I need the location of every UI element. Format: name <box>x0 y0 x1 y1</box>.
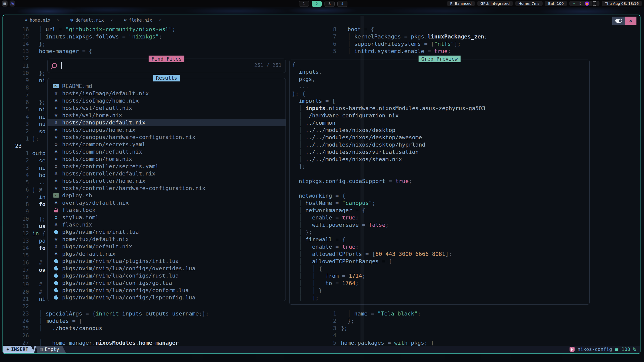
nix-icon: ❄ <box>55 135 57 140</box>
apps-grid-icon[interactable]: ▦ <box>2 1 8 7</box>
result-label: hosts/isoImage/default.nix <box>62 90 149 97</box>
result-item[interactable]: pkgs/nvim/nvim/lua/configs/overrides.lua <box>48 265 286 272</box>
grep-line: │ │ to = 1764; <box>292 280 588 287</box>
code-token: outp <box>32 150 46 156</box>
result-item[interactable]: pkgs/nvim/nvim/lua/configs/go.lua <box>48 279 286 287</box>
result-item[interactable]: ❄hosts/isoImage/home.nix <box>48 97 286 104</box>
statusline: ◆ INSERT ▤ Empty nixos-config ≡ <box>3 346 640 353</box>
result-item[interactable]: pkgs/nvim/nvim/lua/configs/conform.lua <box>48 287 286 294</box>
code-token: nu <box>32 121 46 127</box>
result-item[interactable]: ⚙hosts/common/secrets.yaml <box>48 141 286 148</box>
result-item[interactable]: pkgs/nvim/nvim/lua/configs/rust.lua <box>48 272 286 279</box>
code-content: │ inputs.nixpkgs.follows = "nixpkgs"; <box>32 33 162 40</box>
result-item[interactable]: ❄hosts/controller/default.nix <box>48 170 286 177</box>
code-content: nu <box>32 120 46 128</box>
workspace-button-4[interactable]: 4 <box>337 1 347 7</box>
phone-icon[interactable] <box>593 1 596 6</box>
result-item[interactable]: ❄hosts/controller/hardware-configuration… <box>48 185 286 192</box>
line-number: 6 <box>326 40 336 48</box>
result-icon-wrap <box>53 274 60 278</box>
line-number: 11 <box>3 222 29 230</box>
tab-close-icon[interactable]: × <box>159 18 161 23</box>
logo-icon[interactable]: JW <box>10 1 15 7</box>
code-token: │ <box>32 325 52 331</box>
grep-line: │ enable = true; <box>292 214 588 221</box>
result-label: flake.lock <box>62 207 95 213</box>
result-item[interactable]: M↓README.md <box>48 82 286 90</box>
result-item[interactable]: ❄hosts/isoImage/default.nix <box>48 90 286 97</box>
result-icon-wrap: ❄ <box>53 149 60 154</box>
lua-icon <box>54 259 58 263</box>
result-item[interactable]: pkgs/nvim/nvim/lua/plugins/init.lua <box>48 257 286 265</box>
grep-line: ]; <box>292 163 588 170</box>
code-token: "Tela-black" <box>378 310 418 317</box>
result-label: pkgs/nvim/nvim/lua/configs/conform.lua <box>62 287 189 293</box>
code-content: │ initrd.systemd.enable = true; <box>341 48 451 55</box>
tab-flake.nix[interactable]: ❄flake.nix× <box>118 15 167 25</box>
pane-scrollbar[interactable] <box>360 16 364 346</box>
search-icon <box>52 63 57 68</box>
scissors-icon[interactable]: ✂ <box>573 2 576 6</box>
code-token: = <box>368 310 378 317</box>
code-token: with <box>394 340 408 346</box>
flame-icon[interactable] <box>585 2 589 6</box>
result-item[interactable]: ❄hosts/wsl/home.nix <box>48 112 286 119</box>
result-item[interactable]: ❄pkgs/nvim/default.nix <box>48 243 286 250</box>
result-icon-wrap: ❄ <box>53 251 60 256</box>
result-item[interactable]: ⚙hosts/controller/secrets.yaml <box>48 163 286 170</box>
line-number: 20 <box>3 288 29 295</box>
window-close-button[interactable]: × <box>625 17 636 25</box>
result-item[interactable]: ❄hosts/wsl/default.nix <box>48 104 286 112</box>
grep-line: │ }; <box>292 229 588 236</box>
code-token: ; <box>409 178 412 184</box>
code-token: │ <box>341 41 354 47</box>
result-label: pkgs/nvim/default.nix <box>62 243 132 250</box>
result-item[interactable]: ❄hosts/common/default.nix <box>48 148 286 155</box>
code-token: inputs.nixpkgs.follows <box>46 33 119 40</box>
code-token: se <box>32 157 46 164</box>
result-item[interactable]: ❄hosts/canopus/default.nix <box>48 119 286 126</box>
code-token: }; <box>32 70 46 76</box>
tab-default.nix[interactable]: ❄default.nix× <box>65 15 118 25</box>
code-line: 6 │ supportedFilesystems = ["ntfs"]; <box>326 40 638 48</box>
tab-close-icon[interactable]: × <box>57 18 59 23</box>
grep-line: │ │ } <box>292 287 588 294</box>
code-token: = <box>332 214 342 221</box>
topbar-right: P: BalancedGPU: IntegratedHome: 7msBat: … <box>447 1 642 6</box>
code-token: networkmanager <box>305 207 352 213</box>
nix-icon: ❄ <box>124 18 126 23</box>
result-item[interactable]: ⚙stylua.toml <box>48 214 286 221</box>
result-item[interactable]: ❄hosts/canopus/hardware-configuration.ni… <box>48 133 286 141</box>
line-number: 16 <box>3 259 29 266</box>
workspace-button-3[interactable]: 3 <box>325 1 335 7</box>
result-item[interactable]: ❄pkgs/default.nix <box>48 250 286 257</box>
result-item[interactable]: ❄hosts/common/home.nix <box>48 155 286 163</box>
code-token: ]; <box>312 295 319 301</box>
tab-home.nix[interactable]: ❄home.nix× <box>19 15 65 25</box>
result-item[interactable]: ❄flake.nix <box>48 221 286 228</box>
code-token: ni <box>32 114 46 120</box>
result-item[interactable]: ❄home/tux/default.nix <box>48 236 286 243</box>
toggle-button[interactable] <box>612 17 625 25</box>
tab-close-icon[interactable]: × <box>110 18 113 23</box>
code-token: │ <box>292 236 305 243</box>
line-number: 9 <box>3 77 29 84</box>
result-count: 251 / 251 <box>254 62 281 68</box>
result-icon-wrap: ❄ <box>53 237 60 242</box>
result-item[interactable]: >_deploy.sh <box>48 192 286 199</box>
workspace-button-2[interactable]: 2 <box>312 1 322 7</box>
grep-line: │ inputs.nixos-hardware.nixosModules.asu… <box>292 105 588 112</box>
grep-line: │ │ from = 1714; <box>292 272 588 280</box>
workspace-button-1[interactable]: 1 <box>299 1 309 7</box>
result-item[interactable]: ❄hosts/canopus/home.nix <box>48 126 286 133</box>
bluetooth-icon[interactable]: ᛒ <box>579 2 581 5</box>
result-item[interactable]: ❄overlays/default.nix <box>48 199 286 206</box>
code-content: }; <box>32 99 46 106</box>
result-item[interactable]: ❄hosts/controller/home.nix <box>48 177 286 185</box>
result-icon-wrap: ❄ <box>53 91 60 96</box>
code-content: so <box>32 128 46 135</box>
code-token: ./hosts/canopus <box>52 325 102 331</box>
result-item[interactable]: pkgs/nvim/nvim/init.lua <box>48 228 286 236</box>
result-item[interactable]: flake.lock <box>48 206 286 214</box>
result-item[interactable]: pkgs/nvim/nvim/lua/configs/lspconfig.lua <box>48 294 286 301</box>
